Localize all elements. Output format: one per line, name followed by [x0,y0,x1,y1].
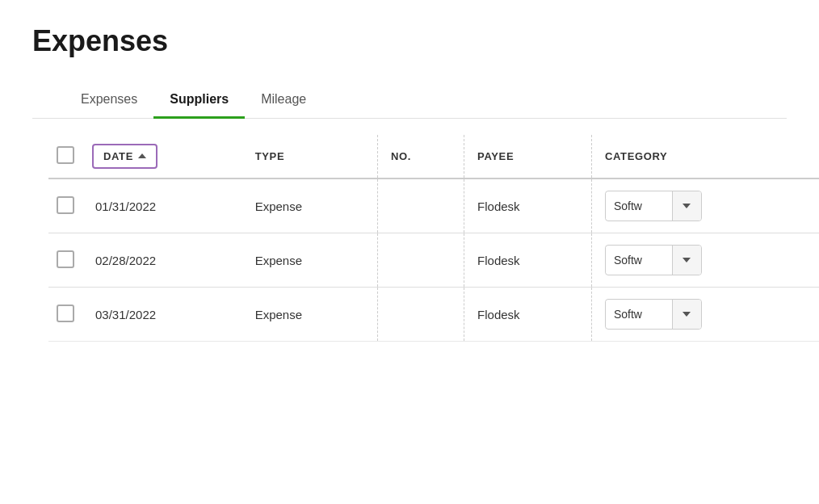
row-2-category-cell: Softw [591,233,819,288]
col-header-no: NO. [377,135,464,178]
col-header-type: TYPE [242,135,378,178]
row-2-payee: Flodesk [464,233,592,288]
row-2-checkbox[interactable] [57,250,74,268]
table-row: 03/31/2022 Expense Flodesk Softw [48,288,819,342]
chevron-down-icon [682,258,691,262]
select-all-checkbox[interactable] [57,146,74,164]
table-row: 02/28/2022 Expense Flodesk Softw [48,233,819,288]
row-2-no [377,233,464,288]
row-3-date: 03/31/2022 [82,288,242,342]
row-3-category-cell: Softw [591,288,819,342]
row-checkbox-cell [48,288,82,342]
sort-asc-icon [138,153,146,158]
row-1-date: 01/31/2022 [82,178,242,233]
col-header-checkbox [48,135,82,178]
date-sort-button[interactable]: DATE [92,144,158,169]
row-1-payee: Flodesk [464,178,592,233]
content-area: DATE TYPE NO. PAYEE CATEGORY [0,135,819,342]
row-3-category-value: Softw [606,301,672,327]
row-checkbox-cell [48,178,82,233]
row-2-type: Expense [242,233,378,288]
table-row: 01/31/2022 Expense Flodesk Softw [48,178,819,233]
tab-mileage[interactable]: Mileage [245,82,322,119]
row-1-category-arrow-button[interactable] [672,191,701,220]
chevron-down-icon [682,312,691,317]
row-3-category-arrow-button[interactable] [672,300,701,329]
expenses-table: DATE TYPE NO. PAYEE CATEGORY [48,135,819,342]
table-wrapper: DATE TYPE NO. PAYEE CATEGORY [48,135,819,342]
row-checkbox-cell [48,233,82,288]
row-2-category-value: Softw [606,247,672,273]
row-3-no [377,288,464,342]
row-1-no [377,178,464,233]
chevron-down-icon [682,204,691,208]
row-3-payee: Flodesk [464,288,592,342]
page-header: Expenses Expenses Suppliers Mileage [0,0,819,119]
row-2-category-dropdown[interactable]: Softw [605,245,702,275]
page-title: Expenses [32,24,787,58]
page-container: Expenses Expenses Suppliers Mileage [0,0,819,342]
row-3-checkbox[interactable] [57,304,74,322]
row-1-type: Expense [242,178,378,233]
col-header-category: CATEGORY [591,135,819,178]
row-1-category-dropdown[interactable]: Softw [605,191,702,221]
row-2-category-arrow-button[interactable] [672,246,701,275]
row-2-date: 02/28/2022 [82,233,242,288]
row-1-category-cell: Softw [591,178,819,233]
tab-suppliers[interactable]: Suppliers [153,82,245,119]
col-header-date: DATE [82,135,242,178]
row-1-checkbox[interactable] [57,196,74,214]
row-1-category-value: Softw [606,193,672,219]
row-3-type: Expense [242,288,378,342]
row-3-category-dropdown[interactable]: Softw [605,299,702,330]
tabs-container: Expenses Suppliers Mileage [32,82,787,119]
tab-expenses[interactable]: Expenses [65,82,153,119]
col-header-payee: PAYEE [464,135,592,178]
